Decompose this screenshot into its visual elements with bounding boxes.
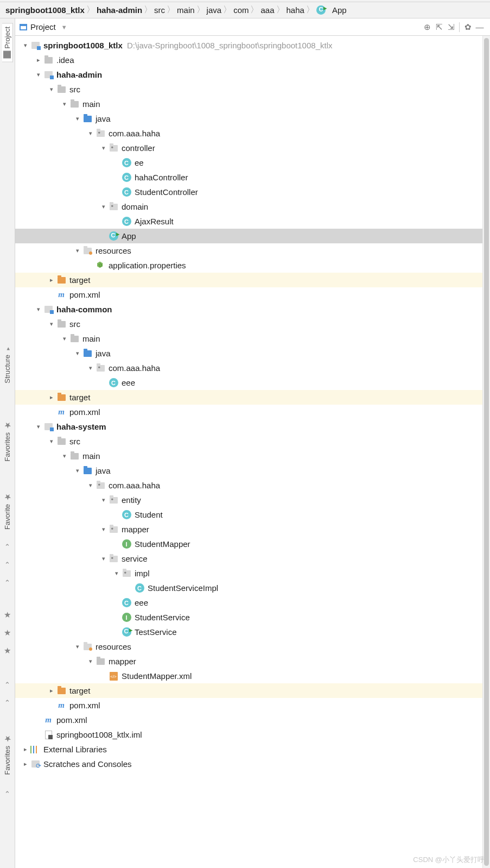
chevron-down-icon[interactable]: ▾: [74, 643, 81, 650]
breadcrumb-item[interactable]: haha: [287, 5, 304, 15]
chevron-down-icon[interactable]: ▾: [100, 555, 107, 562]
chevron-down-icon[interactable]: ▾: [61, 335, 68, 342]
tree-item[interactable]: ▾service: [15, 551, 482, 566]
collapse-icon[interactable]: ⌃: [4, 681, 10, 689]
chevron-right-icon[interactable]: ▸: [22, 760, 29, 768]
tab-favorites-2[interactable]: Favorites ★: [2, 731, 12, 778]
tree-item[interactable]: ▸CStudent: [15, 507, 482, 522]
collapse-all-icon[interactable]: ⇲: [445, 21, 457, 33]
tree-item[interactable]: ▾main: [15, 449, 482, 463]
chevron-down-icon[interactable]: ▾: [61, 452, 68, 460]
chevron-down-icon[interactable]: ▾: [100, 203, 107, 210]
tree-item[interactable]: ▾com.aaa.haha: [15, 126, 482, 141]
tree-item[interactable]: ▾springboot1008_ktlxD:\java-Springboot\1…: [15, 38, 482, 53]
tree-item[interactable]: ▾impl: [15, 566, 482, 581]
chevron-down-icon[interactable]: ▾: [48, 438, 55, 445]
chevron-down-icon[interactable]: ▾: [74, 350, 81, 357]
tree-item[interactable]: ▾haha-system: [15, 419, 482, 434]
tree-item[interactable]: ▸mpom.xml: [15, 405, 482, 419]
locate-icon[interactable]: ⊕: [421, 21, 433, 33]
tree-item[interactable]: ▸IStudentMapper: [15, 537, 482, 551]
tree-item[interactable]: ▾entity: [15, 493, 482, 507]
tree-item[interactable]: ▾mapper: [15, 654, 482, 669]
settings-icon[interactable]: ✿: [462, 21, 474, 33]
breadcrumb-item[interactable]: haha-admin: [97, 5, 142, 15]
star-icon[interactable]: ★: [4, 628, 11, 637]
tree-item[interactable]: ▸target: [15, 273, 482, 287]
tree-item[interactable]: ▾java: [15, 346, 482, 361]
tree-item[interactable]: ▸StudentMapper.xml: [15, 669, 482, 683]
chevron-down-icon[interactable]: ▾: [74, 467, 81, 474]
breadcrumb-item[interactable]: App: [316, 5, 347, 15]
tree-item[interactable]: ▾src: [15, 317, 482, 331]
tab-structure[interactable]: Structure ▾: [2, 342, 12, 387]
collapse-icon[interactable]: ⌃: [4, 561, 10, 569]
tree-item[interactable]: ▸CStudentServiceImpl: [15, 581, 482, 595]
collapse-icon[interactable]: ⌃: [4, 699, 10, 707]
breadcrumb-item[interactable]: java: [207, 5, 222, 15]
collapse-icon[interactable]: ⌃: [4, 790, 10, 798]
tree-item[interactable]: ▾domain: [15, 199, 482, 214]
breadcrumb-item[interactable]: main: [177, 5, 195, 15]
tab-favorites[interactable]: Favorites ★: [2, 417, 12, 464]
chevron-right-icon[interactable]: ▸: [48, 276, 55, 284]
tree-item[interactable]: ▾java: [15, 111, 482, 126]
tree-item[interactable]: ▾resources: [15, 243, 482, 258]
breadcrumb-item[interactable]: src: [154, 5, 165, 15]
tree-item[interactable]: ▸mpom.xml: [15, 287, 482, 302]
tree-item[interactable]: ▸mpom.xml: [15, 713, 482, 727]
chevron-down-icon[interactable]: ▾: [61, 100, 68, 108]
tree-item[interactable]: ▾mapper: [15, 522, 482, 537]
chevron-down-icon[interactable]: ▾: [87, 658, 94, 665]
tree-item[interactable]: ▾java: [15, 463, 482, 478]
chevron-down-icon[interactable]: ▾: [100, 526, 107, 533]
tree-item[interactable]: ▸.idea: [15, 53, 482, 67]
chevron-right-icon[interactable]: ▸: [22, 746, 29, 753]
scrollbar-thumb[interactable]: [484, 38, 489, 866]
tree-item[interactable]: ▸application.properties: [15, 258, 482, 273]
star-icon[interactable]: ★: [4, 646, 11, 655]
chevron-down-icon[interactable]: ▾: [35, 306, 42, 313]
scrollbar[interactable]: [482, 36, 490, 868]
tree-item[interactable]: ▾src: [15, 82, 482, 97]
tree-item[interactable]: ▸CStudentController: [15, 185, 482, 199]
tree-item[interactable]: ▸CAjaxResult: [15, 214, 482, 229]
tree-item[interactable]: ▾resources: [15, 639, 482, 654]
breadcrumb-item[interactable]: springboot1008_ktlx: [5, 5, 85, 15]
chevron-down-icon[interactable]: ▾: [22, 42, 29, 49]
tree-item[interactable]: ▸App: [15, 229, 482, 243]
tree-item[interactable]: ▸Ceee: [15, 375, 482, 390]
chevron-down-icon[interactable]: ▾: [100, 496, 107, 504]
tree-item[interactable]: ▸target: [15, 683, 482, 698]
tree-item[interactable]: ▾main: [15, 331, 482, 346]
collapse-icon[interactable]: ⌃: [4, 578, 10, 587]
chevron-right-icon[interactable]: ▸: [48, 394, 55, 401]
star-icon[interactable]: ★: [4, 611, 11, 619]
tree-item[interactable]: ▸TestService: [15, 625, 482, 639]
project-view-selector[interactable]: Project ▼: [20, 22, 67, 32]
chevron-down-icon[interactable]: ▾: [35, 423, 42, 430]
chevron-down-icon[interactable]: ▾: [48, 320, 55, 328]
tree-item[interactable]: ▸ChahaController: [15, 170, 482, 185]
tree-item[interactable]: ▾src: [15, 434, 482, 449]
chevron-down-icon[interactable]: ▾: [113, 570, 120, 577]
tree-item[interactable]: ▾main: [15, 97, 482, 111]
tree-item[interactable]: ▾controller: [15, 141, 482, 155]
tab-favorite[interactable]: Favorite ★: [2, 489, 12, 533]
tree-item[interactable]: ▾haha-admin: [15, 67, 482, 82]
chevron-down-icon[interactable]: ▾: [87, 482, 94, 489]
tree-item[interactable]: ▸springboot1008_ktlx.iml: [15, 727, 482, 742]
chevron-down-icon[interactable]: ▾: [87, 364, 94, 372]
chevron-down-icon[interactable]: ▾: [48, 86, 55, 93]
chevron-down-icon[interactable]: ▾: [100, 144, 107, 152]
tree-item[interactable]: ▸IStudentService: [15, 610, 482, 625]
chevron-down-icon[interactable]: ▾: [74, 115, 81, 122]
tree-item[interactable]: ▾com.aaa.haha: [15, 478, 482, 493]
tree-item[interactable]: ▸Scratches and Consoles: [15, 757, 482, 771]
chevron-right-icon[interactable]: ▸: [35, 56, 42, 64]
chevron-down-icon[interactable]: ▾: [74, 247, 81, 254]
project-tree[interactable]: ▾springboot1008_ktlxD:\java-Springboot\1…: [15, 36, 482, 868]
chevron-down-icon[interactable]: ▾: [35, 71, 42, 78]
collapse-icon[interactable]: ⌃: [4, 543, 10, 551]
tree-item[interactable]: ▸Ceee: [15, 595, 482, 610]
